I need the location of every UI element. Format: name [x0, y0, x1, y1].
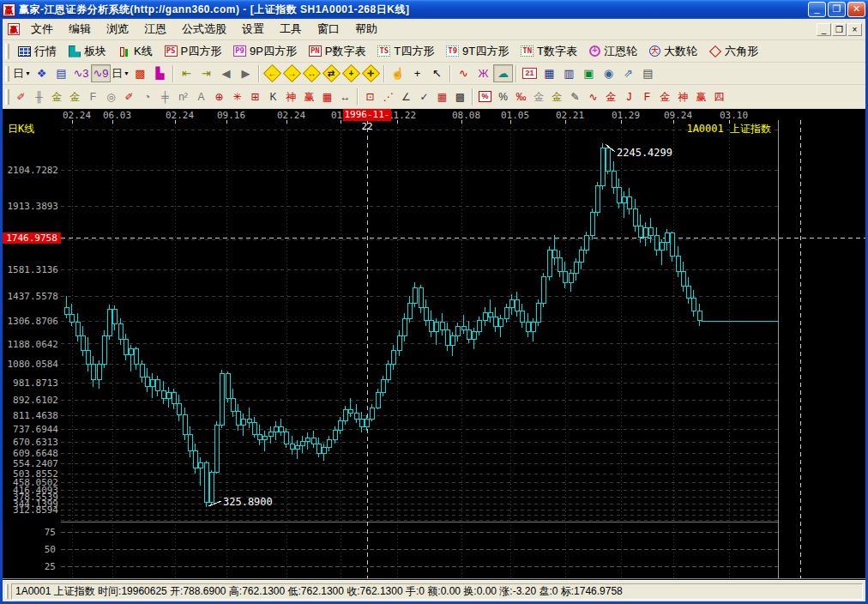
gold-circle-tool-button[interactable]: 金 — [530, 88, 548, 106]
width-tool-button[interactable]: ↔ — [336, 88, 354, 106]
wave3-button[interactable]: ∿3 — [71, 64, 91, 82]
close-button[interactable]: ✕ — [847, 2, 865, 17]
f-tool-button[interactable]: F — [84, 88, 102, 106]
clock-tool-button[interactable]: ◔ — [138, 88, 156, 106]
export-button[interactable]: ⇗ — [618, 64, 638, 82]
gold-grid-tool-button[interactable]: 金 — [48, 88, 66, 106]
zoom-in-button[interactable]: ⇄ — [322, 64, 341, 82]
info-panel-button[interactable]: ▤ — [51, 64, 71, 82]
restore-button[interactable]: ❐ — [828, 2, 846, 17]
gold-angle-tool-button[interactable]: 金 — [656, 88, 674, 106]
p-number-table-button[interactable]: PNP数字表 — [303, 42, 372, 61]
angle-tool-button[interactable]: ∠ — [397, 88, 415, 106]
gold-line-tool-button[interactable]: 金 — [548, 88, 566, 106]
next-page-button[interactable]: ▶ — [236, 64, 256, 82]
shen-angle-tool-button[interactable]: 神 — [674, 88, 692, 106]
menu-3[interactable]: 浏览 — [99, 19, 136, 39]
print-button[interactable]: ▤ — [638, 64, 658, 82]
spiral-tool-button[interactable]: ◎ — [102, 88, 120, 106]
volume-chart-button[interactable]: ▙ — [150, 64, 170, 82]
compass-tool-button[interactable]: ⊕ — [210, 88, 228, 106]
gann-frame-button[interactable]: Ж — [473, 64, 493, 82]
region-map-button[interactable]: ▩ — [130, 64, 150, 82]
nine-p-square-button[interactable]: P99P四方形 — [227, 42, 303, 61]
last-page-button[interactable]: ⇥ — [196, 64, 216, 82]
menu-8[interactable]: 窗口 — [310, 19, 347, 39]
k-angle-tool-button[interactable]: K — [264, 88, 282, 106]
pct-box-tool-button[interactable]: % — [476, 88, 494, 106]
red-marker-tool-button[interactable]: ✐ — [120, 88, 138, 106]
candle-type-button[interactable]: 日▼ — [111, 64, 130, 82]
chart-area[interactable]: 02.2406.0302.2409.1602.2401.1311.2208.08… — [3, 109, 865, 580]
save-button[interactable]: ▣ — [579, 64, 599, 82]
quotes-button[interactable]: 行情 — [12, 42, 63, 61]
j-angle-tool-button[interactable]: J — [620, 88, 638, 106]
p-square-button[interactable]: PSP四方形 — [159, 42, 228, 61]
shift-left-button[interactable]: ← — [262, 64, 282, 82]
star-web-tool-button[interactable]: ✳ — [228, 88, 246, 106]
menu-4[interactable]: 江恩 — [136, 19, 174, 39]
permille-tool-button[interactable]: ‰ — [512, 88, 530, 106]
gold-grid2-tool-button[interactable]: 金 — [66, 88, 84, 106]
price-grid-tool-button[interactable]: ▦ — [318, 88, 336, 106]
sectors-button[interactable]: 板块 — [63, 42, 112, 61]
t-number-table-button[interactable]: TNT数字表 — [515, 42, 583, 61]
t-square-button[interactable]: TST四方形 — [371, 42, 440, 61]
full-view-button[interactable]: ✛ — [361, 64, 381, 82]
hand-tool-button[interactable]: ☝ — [388, 64, 407, 82]
zigzag-button[interactable]: ∿ — [454, 64, 473, 82]
zoom-out-button[interactable]: ↔ — [302, 64, 322, 82]
fence2-tool-button[interactable]: ╪ — [156, 88, 174, 106]
grid-web-tool-button[interactable]: ⊞ — [246, 88, 264, 106]
win-angle-tool-button[interactable]: 赢 — [692, 88, 710, 106]
wave9-button[interactable]: ∿9 — [91, 64, 111, 82]
box-tool-button[interactable]: ⊡ — [361, 88, 379, 106]
pointer-button[interactable]: ↖ — [427, 64, 447, 82]
menu-1[interactable]: 文件 — [23, 19, 61, 39]
calendar-button[interactable]: 21 — [520, 64, 539, 82]
nine-t-square-button[interactable]: T99T四方形 — [440, 42, 515, 61]
pct-tool-button[interactable]: % — [494, 88, 512, 106]
n-square-tool-button[interactable]: n² — [174, 88, 192, 106]
toolbar-grip[interactable] — [5, 44, 9, 59]
kline-style-button[interactable]: 日▼ — [12, 64, 32, 82]
mdi-minimize-button[interactable]: _ — [817, 23, 831, 36]
crosshair-button[interactable]: + — [407, 64, 427, 82]
mdi-child-icon[interactable]: 赢 — [8, 23, 20, 35]
shen-tool-button[interactable]: 神 — [282, 88, 300, 106]
notes-button[interactable]: ▥ — [559, 64, 579, 82]
red-grid-tool-button[interactable]: ▦ — [433, 88, 451, 106]
menu-6[interactable]: 设置 — [234, 19, 272, 39]
check-wave-tool-button[interactable]: ✓ — [415, 88, 433, 106]
first-page-button[interactable]: ⇤ — [177, 64, 196, 82]
menu-9[interactable]: 帮助 — [347, 19, 385, 39]
wave-box-tool-button[interactable]: ∿ — [584, 88, 602, 106]
expand-button[interactable]: + — [341, 64, 361, 82]
mdi-restore-button[interactable]: ❐ — [832, 23, 847, 36]
mdi-close-button[interactable]: × — [847, 23, 862, 36]
menu-5[interactable]: 公式选股 — [174, 19, 234, 39]
hexagon-button[interactable]: 六角形 — [703, 42, 764, 61]
menu-7[interactable]: 工具 — [272, 19, 310, 39]
fence-tool-button[interactable]: ╫ — [30, 88, 48, 106]
web-data-button[interactable]: ◉ — [599, 64, 618, 82]
marker-tool-button[interactable]: ✐ — [12, 88, 30, 106]
gold-red-tool-button[interactable]: 金 — [602, 88, 620, 106]
menu-2[interactable]: 编辑 — [61, 19, 99, 39]
four-angle-tool-button[interactable]: 四 — [710, 88, 728, 106]
toolbar-grip[interactable] — [5, 66, 9, 82]
toolbar-grip[interactable] — [5, 89, 9, 105]
smart-analysis-button[interactable]: ☁ — [493, 64, 513, 82]
big-number-wheel-button[interactable]: 大大数轮 — [643, 42, 703, 61]
calculator-button[interactable]: ▦ — [539, 64, 559, 82]
gann-wheel-button[interactable]: 江恩轮 — [583, 42, 643, 61]
pattern-button[interactable]: ❖ — [32, 64, 51, 82]
prev-page-button[interactable]: ◀ — [216, 64, 236, 82]
a-line-tool-button[interactable]: A — [192, 88, 210, 106]
rays-tool-button[interactable]: ⋰ — [379, 88, 397, 106]
f-angle-tool-button[interactable]: F — [638, 88, 656, 106]
hatch-grid-tool-button[interactable]: ▩ — [451, 88, 469, 106]
shift-right-button[interactable]: → — [282, 64, 302, 82]
win-tool-button[interactable]: 赢 — [300, 88, 318, 106]
minimize-button[interactable]: _ — [808, 2, 826, 17]
